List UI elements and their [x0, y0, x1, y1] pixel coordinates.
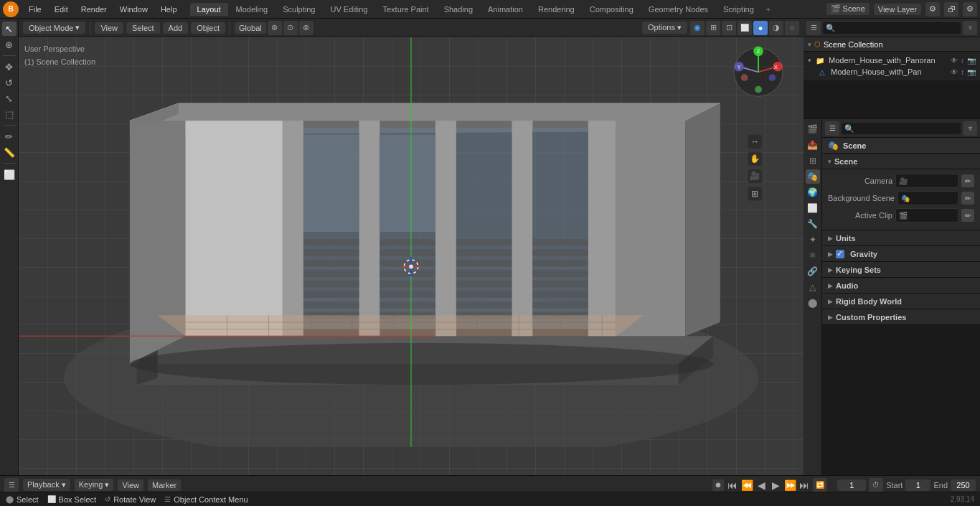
- outliner-filter-button[interactable]: ▿: [963, 21, 977, 35]
- outliner-item-house[interactable]: ▾ 📁 Modern_House_with_Panoran 👁 ↕ 📷: [805, 55, 979, 66]
- jump-start-button[interactable]: ⏮: [727, 479, 738, 491]
- object-menu-button[interactable]: Object: [191, 22, 225, 34]
- overlay-button[interactable]: ⊞: [706, 21, 720, 35]
- tab-sculpting[interactable]: Sculpting: [275, 3, 322, 16]
- select-menu-button[interactable]: Select: [126, 22, 160, 34]
- menu-file[interactable]: File: [23, 4, 47, 15]
- active-clip-eyedrop[interactable]: ✏: [961, 209, 974, 222]
- render-tab[interactable]: 🎬: [806, 122, 820, 136]
- props-back-button[interactable]: ☰: [825, 121, 839, 136]
- menu-edit[interactable]: Edit: [49, 4, 74, 15]
- world-tab[interactable]: 🌍: [806, 185, 820, 200]
- rigid-body-section-header[interactable]: ▶ Rigid Body World: [822, 294, 980, 309]
- object-mode-button[interactable]: Object Mode ▾: [23, 22, 85, 34]
- scene-tab[interactable]: 🎭: [806, 169, 820, 184]
- tab-uv-editing[interactable]: UV Editing: [323, 3, 374, 16]
- menu-help[interactable]: Help: [155, 4, 183, 15]
- active-clip-value[interactable]: 🎬: [895, 208, 958, 222]
- audio-section-header[interactable]: ▶ Audio: [822, 278, 980, 294]
- proportional-edit-button[interactable]: ⊙: [283, 21, 298, 35]
- wireframe-button[interactable]: ⬜: [738, 21, 752, 35]
- output-tab[interactable]: 📤: [806, 138, 820, 152]
- item-render-2[interactable]: 📷: [967, 68, 976, 76]
- item-restrict-1[interactable]: 👁: [951, 57, 958, 65]
- record-button[interactable]: ⏺: [712, 479, 724, 491]
- step-back-button[interactable]: ⏪: [741, 479, 753, 491]
- data-tab[interactable]: △: [806, 280, 820, 294]
- add-cube-tool[interactable]: ⬜: [2, 167, 17, 182]
- outliner-search-input[interactable]: [823, 22, 961, 34]
- object-tab[interactable]: ⬜: [806, 201, 820, 215]
- play-button[interactable]: ▶: [770, 479, 781, 491]
- snap-button[interactable]: ⊛: [268, 21, 282, 35]
- tab-layout[interactable]: Layout: [190, 3, 228, 16]
- scene-section-header[interactable]: ▾ Scene: [822, 154, 980, 169]
- viewport-shading-button[interactable]: ◉: [690, 21, 705, 35]
- rotate-tool[interactable]: ↺: [2, 75, 17, 90]
- cursor-tool[interactable]: ⊕: [2, 37, 17, 52]
- select-tool[interactable]: ↖: [2, 22, 17, 36]
- snapping-menu-button[interactable]: ⊗: [299, 21, 314, 35]
- loop-button[interactable]: 🔁: [813, 478, 827, 492]
- props-search-input[interactable]: [842, 123, 961, 134]
- view-layer-tab[interactable]: ⊞: [806, 154, 820, 168]
- annotate-tool[interactable]: ✏: [2, 129, 17, 144]
- view-layer-settings-button[interactable]: ⚙: [963, 2, 977, 17]
- viewport-3d[interactable]: X Y Z ↔: [19, 37, 804, 475]
- current-frame-input[interactable]: 1: [837, 479, 866, 491]
- move-tool[interactable]: ✥: [2, 60, 17, 74]
- camera-eyedrop[interactable]: ✏: [961, 174, 974, 187]
- bg-scene-eyedrop[interactable]: ✏: [961, 192, 974, 205]
- menu-window[interactable]: Window: [114, 4, 154, 15]
- rendered-preview-button[interactable]: ○: [785, 21, 799, 35]
- end-frame-input[interactable]: 250: [951, 479, 976, 491]
- jump-end-button[interactable]: ⏭: [798, 479, 810, 491]
- transform-space-button[interactable]: Global: [235, 22, 266, 34]
- material-tab[interactable]: ⬤: [806, 296, 820, 310]
- view-menu-button[interactable]: View: [95, 22, 123, 34]
- outliner-item-mesh[interactable]: △ Modern_House_with_Pan 👁 ↕ 📷: [805, 66, 979, 78]
- gravity-checkbox[interactable]: [836, 250, 844, 258]
- menu-render[interactable]: Render: [75, 4, 113, 15]
- particles-tab[interactable]: ✦: [806, 233, 820, 247]
- item-restrict-2[interactable]: 👁: [951, 68, 958, 76]
- item-select-2[interactable]: ↕: [961, 68, 964, 76]
- measure-tool[interactable]: 📏: [2, 145, 17, 159]
- xray-button[interactable]: ⊡: [722, 21, 736, 35]
- play-back-button[interactable]: ◀: [755, 479, 767, 491]
- props-filter-button[interactable]: ▿: [963, 121, 977, 136]
- frame-clock-button[interactable]: ⏱: [869, 478, 883, 492]
- solid-shading-button[interactable]: ●: [753, 21, 768, 35]
- tab-animation[interactable]: Animation: [481, 3, 530, 16]
- tab-compositing[interactable]: Compositing: [583, 3, 641, 16]
- timeline-view-button[interactable]: View: [118, 479, 143, 491]
- custom-props-section-header[interactable]: ▶ Custom Properties: [822, 309, 980, 325]
- tab-texture-paint[interactable]: Texture Paint: [375, 3, 435, 16]
- camera-value[interactable]: 🎥: [895, 174, 958, 188]
- item-select-1[interactable]: ↕: [961, 57, 964, 65]
- blender-logo[interactable]: B: [3, 1, 19, 17]
- start-frame-input[interactable]: 1: [905, 479, 930, 491]
- modifier-tab[interactable]: 🔧: [806, 217, 820, 231]
- add-menu-button[interactable]: Add: [163, 22, 189, 34]
- transform-tool[interactable]: ⬚: [2, 107, 17, 121]
- bg-scene-value[interactable]: 🎭: [897, 191, 958, 205]
- tab-scripting[interactable]: Scripting: [716, 3, 761, 16]
- constraints-tab[interactable]: 🔗: [806, 264, 820, 278]
- tab-rendering[interactable]: Rendering: [531, 3, 582, 16]
- collection-expand-icon[interactable]: ▾: [808, 41, 811, 48]
- item-render-1[interactable]: 📷: [967, 57, 976, 65]
- scale-tool[interactable]: ⤡: [2, 91, 17, 106]
- step-forward-button[interactable]: ⏩: [784, 479, 796, 491]
- keying-sets-section-header[interactable]: ▶ Keying Sets: [822, 262, 980, 278]
- timeline-menu-button[interactable]: ☰: [4, 478, 19, 492]
- item-expand-1[interactable]: ▾: [808, 57, 811, 64]
- units-section-header[interactable]: ▶ Units: [822, 230, 980, 246]
- keying-button[interactable]: Keying ▾: [75, 479, 114, 491]
- options-button[interactable]: Options ▾: [642, 22, 687, 34]
- physics-tab[interactable]: ⚛: [806, 248, 820, 263]
- new-window-button[interactable]: 🗗: [944, 2, 958, 17]
- gravity-section-header[interactable]: ▶ Gravity: [822, 246, 980, 262]
- tab-shading[interactable]: Shading: [437, 3, 480, 16]
- outliner-menu-button[interactable]: ☰: [806, 21, 821, 35]
